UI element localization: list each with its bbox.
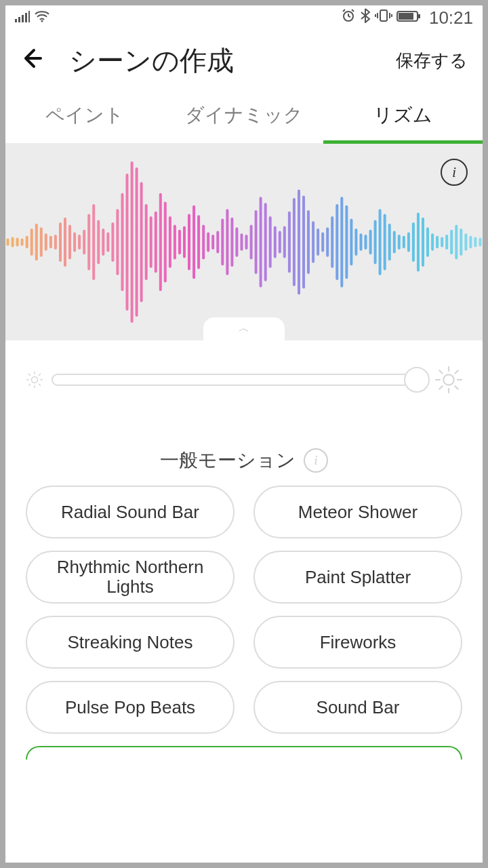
svg-rect-0	[15, 19, 17, 22]
slider-thumb[interactable]	[404, 367, 430, 393]
svg-point-28	[443, 374, 453, 384]
waveform-preview: i ︿	[5, 144, 483, 340]
motion-option-selected[interactable]	[26, 746, 462, 760]
svg-rect-18	[418, 14, 420, 18]
svg-rect-3	[25, 13, 27, 22]
bluetooth-icon	[360, 8, 371, 27]
svg-line-36	[439, 386, 443, 390]
motion-grid: Radial Sound Bar Meteor Shower Rhythmic …	[5, 486, 483, 734]
section-title-row: 一般モーション i	[5, 448, 483, 473]
tab-dynamic[interactable]: ダイナミック	[165, 89, 324, 143]
svg-point-5	[41, 20, 43, 22]
motion-option[interactable]: Paint Splatter	[253, 551, 462, 604]
info-icon[interactable]: i	[441, 159, 468, 186]
svg-line-35	[455, 370, 459, 374]
svg-rect-4	[28, 11, 30, 22]
vibrate-icon	[375, 8, 392, 27]
svg-line-8	[348, 16, 350, 17]
svg-rect-1	[18, 17, 20, 22]
motion-option[interactable]: Rhythmic Northern Lights	[26, 551, 235, 604]
cell-signal-icon	[15, 9, 30, 26]
brightness-slider-row	[5, 340, 483, 407]
svg-line-33	[439, 370, 443, 374]
motion-option[interactable]: Streaking Notes	[26, 616, 235, 669]
alarm-icon	[341, 8, 356, 27]
svg-line-24	[28, 374, 30, 376]
motion-option[interactable]: Meteor Shower	[253, 486, 462, 538]
status-time: 10:21	[429, 7, 473, 28]
page-title: シーンの作成	[42, 42, 396, 79]
app-header: シーンの作成 保存する	[5, 30, 483, 89]
brightness-high-icon	[434, 365, 464, 395]
status-bar: 10:21	[5, 5, 483, 30]
motion-option[interactable]: Pulse Pop Beats	[26, 681, 235, 734]
expand-handle[interactable]: ︿	[203, 317, 285, 340]
wifi-icon	[34, 9, 50, 26]
tabs: ペイント ダイナミック リズム	[5, 89, 483, 144]
motion-option[interactable]: Fireworks	[253, 616, 462, 669]
svg-rect-11	[380, 10, 387, 21]
motion-option[interactable]: Radial Sound Bar	[26, 486, 235, 538]
svg-rect-2	[22, 15, 24, 22]
save-button[interactable]: 保存する	[396, 49, 468, 73]
svg-line-34	[455, 386, 459, 390]
section-title: 一般モーション	[160, 448, 296, 473]
brightness-slider[interactable]	[52, 371, 427, 389]
tab-paint[interactable]: ペイント	[5, 89, 165, 143]
tab-rhythm[interactable]: リズム	[323, 89, 483, 143]
back-icon[interactable]	[20, 46, 42, 75]
battery-icon	[396, 9, 421, 26]
svg-line-10	[352, 9, 354, 12]
svg-line-27	[28, 384, 30, 386]
info-icon[interactable]: i	[304, 448, 328, 473]
svg-point-19	[32, 377, 38, 383]
waveform-icon	[5, 144, 483, 340]
svg-rect-17	[399, 13, 413, 20]
brightness-low-icon	[24, 370, 45, 390]
chevron-up-icon: ︿	[239, 321, 249, 336]
motion-option[interactable]: Sound Bar	[253, 681, 462, 734]
svg-line-25	[39, 384, 41, 386]
svg-line-9	[343, 9, 345, 12]
svg-line-26	[39, 374, 41, 376]
